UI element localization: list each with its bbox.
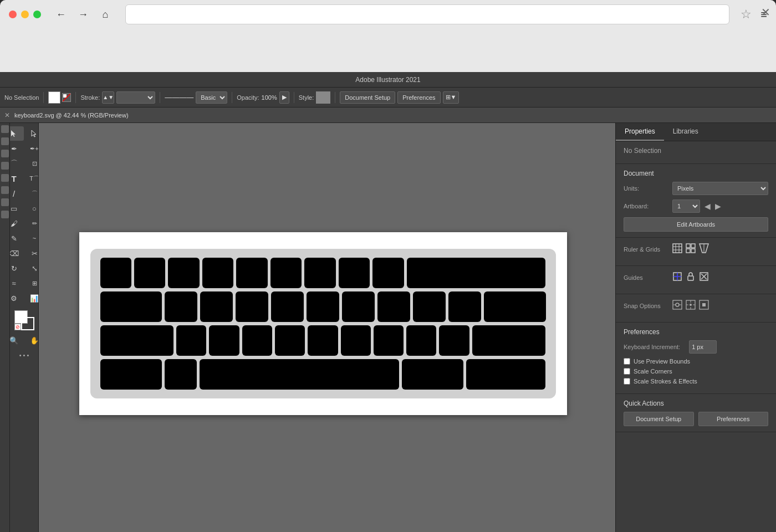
line-tool-btn[interactable]: / — [10, 186, 24, 201]
bookmark-button[interactable]: ☆ — [741, 7, 752, 22]
type-tool-btn[interactable]: T — [10, 171, 24, 186]
use-preview-bounds-label: Use Preview Bounds — [634, 358, 690, 365]
perspective-grid-btn[interactable] — [699, 243, 709, 255]
browser-close-button[interactable]: ✕ — [761, 6, 770, 19]
strip-item-2[interactable] — [1, 137, 9, 145]
strip-item-8[interactable] — [1, 211, 9, 218]
paintbrush-tool-btn[interactable]: 🖌 — [10, 216, 24, 231]
tool-pair-10: ↻ ⤡ — [10, 261, 39, 275]
path-type-btn[interactable]: T⌒ — [24, 171, 39, 186]
key-2-3 — [200, 291, 233, 322]
fill-icon[interactable] — [62, 93, 71, 102]
pencil-tool-btn[interactable]: ✎ — [10, 231, 24, 245]
back-button[interactable]: ← — [52, 6, 70, 23]
strip-item-3[interactable] — [1, 150, 9, 157]
use-preview-bounds-checkbox[interactable] — [624, 358, 630, 365]
selection-tool-btn[interactable] — [10, 126, 24, 141]
none-swatch[interactable]: ⊘ — [14, 324, 21, 330]
kb-row-3 — [100, 325, 546, 356]
stroke-color-swatch[interactable] — [21, 317, 34, 330]
ruler-icon-btn[interactable] — [672, 243, 682, 255]
scale-strokes-checkbox[interactable] — [624, 378, 630, 385]
column-graph-btn[interactable]: 📊 — [24, 291, 39, 305]
anchor-tool-btn[interactable]: ⊡ — [24, 156, 39, 171]
pen-tool-btn[interactable]: ✒ — [10, 141, 24, 156]
ellipse-tool-btn[interactable]: ○ — [24, 201, 39, 216]
curvature-tool-btn[interactable]: ⌒ — [10, 156, 24, 171]
artboard-select[interactable]: 1 — [672, 200, 700, 213]
svg-rect-9 — [686, 249, 690, 253]
panel-preferences-section: Preferences Keyboard Increment: Use Prev… — [616, 323, 776, 394]
key-1-2 — [134, 258, 165, 288]
keyboard-increment-input[interactable] — [689, 340, 717, 354]
strip-item-6[interactable] — [1, 186, 9, 194]
clear-guides-btn[interactable] — [699, 272, 709, 284]
lock-guides-btn[interactable] — [686, 272, 696, 284]
edit-artboards-btn[interactable]: Edit Artboards — [624, 217, 768, 232]
direct-selection-tool-btn[interactable] — [24, 126, 39, 141]
show-guides-btn[interactable] — [672, 272, 682, 284]
no-selection-text: No Selection — [624, 147, 768, 155]
stroke-up-btn[interactable]: ▲▼ — [102, 91, 114, 104]
zoom-tool-btn[interactable]: 🔍 — [10, 333, 24, 347]
scale-corners-checkbox[interactable] — [624, 368, 630, 375]
snap-to-point-btn[interactable] — [686, 300, 696, 312]
maximize-traffic-light[interactable] — [33, 11, 41, 18]
document-setup-toolbar-btn[interactable]: Document Setup — [340, 91, 395, 104]
opacity-arrow-btn[interactable]: ▶ — [279, 91, 289, 104]
fill-swatch[interactable] — [48, 91, 60, 104]
eraser-tool-btn[interactable]: ⌫ — [10, 246, 24, 260]
warp-tool-btn[interactable]: ≈ — [10, 276, 24, 290]
blob-brush-btn[interactable]: ✏ — [24, 216, 39, 231]
svg-rect-0 — [63, 94, 67, 98]
tool-pair-1 — [10, 126, 39, 141]
quick-document-setup-btn[interactable]: Document Setup — [624, 412, 694, 426]
arrange-btn[interactable]: ⊞▼ — [443, 91, 460, 104]
panel-tabs: Properties Libraries — [616, 123, 776, 141]
tab-close-btn[interactable]: ✕ — [4, 111, 10, 119]
grid-icon-btn[interactable] — [686, 243, 696, 255]
close-traffic-light[interactable] — [9, 11, 17, 18]
rect-tool-btn[interactable]: ▭ — [10, 201, 24, 216]
left-toolbar: ✒ ✒+ ⌒ ⊡ T T⌒ / ⌒ ▭ ○ 🖌 ✏ — [10, 123, 39, 532]
tab-properties[interactable]: Properties — [616, 123, 664, 141]
quick-preferences-btn[interactable]: Preferences — [698, 412, 769, 426]
free-transform-btn[interactable]: ⊞ — [24, 276, 39, 290]
address-bar[interactable] — [125, 4, 729, 24]
scissors-tool-btn[interactable]: ✂ — [24, 246, 39, 260]
panel-guides: Guides — [616, 266, 776, 294]
stroke-style-select[interactable]: Basic — [196, 91, 227, 104]
units-row: Units: Pixels — [624, 182, 768, 195]
tab-bar: ✕ keyboard2.svg @ 42.44 % (RGB/Preview) — [0, 108, 776, 123]
preferences-toolbar-btn[interactable]: Preferences — [397, 91, 440, 104]
main-area: ✒ ✒+ ⌒ ⊡ T T⌒ / ⌒ ▭ ○ 🖌 ✏ — [0, 123, 776, 532]
key-4-5 — [466, 359, 546, 390]
home-button[interactable]: ⌂ — [96, 6, 114, 23]
smooth-tool-btn[interactable]: ~ — [24, 231, 39, 245]
artboard-prev-btn[interactable]: ◀ — [704, 202, 711, 211]
minimize-traffic-light[interactable] — [21, 11, 29, 18]
snap-to-grid-btn[interactable] — [672, 300, 682, 312]
stroke-width-select[interactable] — [116, 91, 155, 104]
symbol-sprayer-btn[interactable]: ⚙ — [10, 291, 24, 305]
panel-quick-actions: Quick Actions Document Setup Preferences — [616, 394, 776, 432]
artboard-next-btn[interactable]: ▶ — [715, 202, 721, 211]
svg-rect-7 — [686, 244, 690, 248]
arc-tool-btn[interactable]: ⌒ — [24, 186, 39, 201]
strip-item-1[interactable] — [1, 125, 9, 133]
rotate-tool-btn[interactable]: ↻ — [10, 261, 24, 275]
tool-pair-3: ⌒ ⊡ — [10, 156, 39, 171]
units-select[interactable]: Pixels — [672, 182, 768, 195]
more-tools-btn[interactable]: • • • — [14, 348, 34, 362]
snap-to-pixel-btn[interactable] — [699, 300, 709, 312]
strip-item-7[interactable] — [1, 198, 9, 206]
key-1-1 — [100, 258, 131, 288]
strip-item-4[interactable] — [1, 162, 9, 170]
forward-button[interactable]: → — [74, 6, 92, 23]
tab-libraries[interactable]: Libraries — [664, 123, 707, 141]
pen-variant-btn[interactable]: ✒+ — [24, 141, 39, 156]
hand-tool-btn[interactable]: ✋ — [24, 333, 39, 347]
style-swatch[interactable] — [316, 91, 330, 104]
strip-item-5[interactable] — [1, 174, 9, 182]
scale-tool-btn[interactable]: ⤡ — [24, 261, 39, 275]
